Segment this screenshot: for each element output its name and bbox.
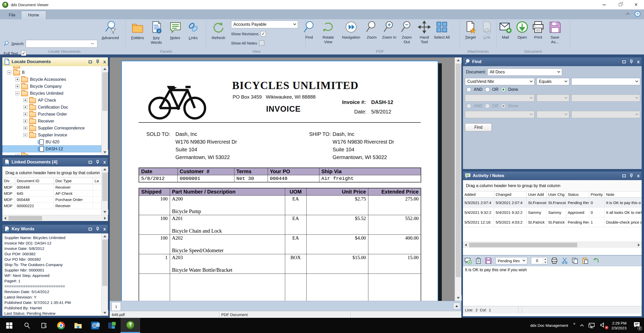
key-words-button[interactable]: i Key Words — [147, 21, 166, 45]
links-button[interactable]: Links — [184, 21, 202, 40]
rotate-view-button[interactable]: Rotate View — [319, 21, 337, 44]
outlook-button[interactable]: O — [87, 318, 104, 333]
table-row[interactable]: MDP000448Purchase Order — [2, 197, 101, 203]
find-operator-select[interactable]: Equals — [537, 78, 569, 85]
tree-item[interactable]: +Bicycle Company — [2, 83, 101, 90]
open-button[interactable]: Open — [515, 21, 530, 40]
chevron-right-icon[interactable]: » — [573, 321, 575, 326]
chrome-button[interactable] — [53, 318, 70, 333]
save-as-button[interactable]: Save As... — [547, 21, 563, 44]
start-button[interactable] — [0, 318, 19, 333]
column-header[interactable]: Priority — [589, 191, 605, 198]
panel-close-icon[interactable]: X — [637, 174, 640, 178]
tree-item[interactable]: +Supplier Correspondence — [2, 125, 101, 132]
collapse-ribbon-icon[interactable] — [626, 13, 630, 16]
find-field-select[interactable]: Cust/Vend Nbr — [465, 78, 535, 85]
tree-expander-icon[interactable]: + — [15, 84, 19, 88]
stepper-down-icon[interactable] — [544, 262, 546, 263]
document-filter-select[interactable]: All Docs — [487, 68, 562, 76]
save-note-icon[interactable] — [485, 257, 492, 264]
or-radio[interactable] — [485, 87, 490, 92]
tree-item[interactable]: DASH-12 — [2, 145, 101, 152]
file-explorer-button[interactable] — [70, 318, 87, 333]
tree-item[interactable]: +Bicycle Accessories — [2, 76, 101, 83]
panel-close-icon[interactable]: X — [103, 227, 106, 231]
tree-expander-icon[interactable]: + — [15, 154, 19, 155]
network-icon[interactable] — [588, 323, 595, 328]
tree-item[interactable]: + — [2, 152, 101, 155]
tree-scrollbar[interactable] — [101, 66, 108, 155]
table-row[interactable]: MDP645AP Check — [2, 190, 101, 197]
find-button[interactable]: Find — [301, 21, 317, 40]
column-header[interactable]: Status — [566, 191, 589, 198]
linked-hscrollbar[interactable] — [2, 215, 108, 221]
zoom-button[interactable]: Zoom — [364, 21, 380, 40]
search-control[interactable]: Search — [4, 41, 24, 46]
column-header[interactable]: Doc Type — [54, 178, 93, 184]
tree-expander-icon[interactable]: + — [23, 98, 27, 102]
restore-button[interactable] — [612, 0, 628, 10]
volume-muted-icon[interactable]: ✕ — [600, 322, 606, 329]
activity-hscrollbar[interactable] — [463, 242, 642, 248]
notes-button[interactable]: Notes — [166, 21, 184, 40]
close-button[interactable]: ✕ — [628, 0, 644, 10]
note-status-select[interactable]: Pending Rev — [495, 257, 527, 264]
column-header[interactable]: User Add — [527, 191, 547, 198]
tree-item[interactable]: +Purchase Order — [2, 111, 101, 118]
column-header[interactable]: User Chg — [547, 191, 566, 198]
add-note-icon[interactable] — [464, 257, 472, 264]
stepper-up-icon[interactable] — [544, 258, 546, 260]
show-all-notes-checkbox[interactable] — [259, 40, 264, 46]
advanced-button[interactable]: Advanced — [101, 21, 120, 40]
search-more-button[interactable]: ... — [89, 41, 96, 47]
pdf-vscrollbar[interactable] — [455, 57, 461, 301]
refresh-button[interactable]: Refresh — [209, 21, 228, 40]
tab-home[interactable]: Home — [21, 11, 46, 19]
mail-button[interactable]: Mail — [498, 21, 513, 40]
column-header[interactable]: Div — [2, 178, 15, 184]
pin-icon[interactable] — [630, 60, 633, 64]
help-icon[interactable]: ? — [635, 11, 640, 17]
pdf-canvas[interactable]: BICYCLES UNLIMITED PO Box 3459 Wikiwauke… — [110, 57, 454, 301]
table-row[interactable]: MDP00000222Receiver — [2, 203, 101, 209]
table-row[interactable]: MDP000448Receiver — [2, 184, 101, 190]
hand-tool-button[interactable]: Hand Tool — [416, 21, 432, 44]
tree-expander-icon[interactable]: + — [23, 105, 27, 109]
view-select[interactable]: Accounts Payable — [231, 21, 298, 28]
panel-close-icon[interactable]: X — [103, 60, 106, 64]
tree-expander-icon[interactable]: + — [23, 112, 27, 116]
tree-expander-icon[interactable]: + — [15, 77, 19, 81]
and-radio[interactable] — [467, 87, 471, 92]
table-row[interactable]: 5/5/2021 12:18:5/5/2021 4:03:2St.Patrick… — [463, 217, 642, 227]
tree-item[interactable]: −Supplier Invoice — [2, 132, 101, 138]
note-priority-stepper[interactable]: 0 — [531, 257, 547, 264]
pin-icon[interactable] — [630, 174, 633, 178]
zoom-out-button[interactable]: Zoom Out — [399, 21, 415, 44]
undo-icon[interactable] — [592, 257, 599, 264]
panel-close-icon[interactable]: X — [637, 60, 640, 64]
zoom-in-button[interactable]: Zoom In — [381, 21, 397, 40]
tree-item[interactable]: +AP Check — [2, 97, 101, 104]
activity-group-hint[interactable]: Drag a column header here to group by th… — [463, 180, 642, 191]
taskbar-search-button[interactable] — [19, 318, 36, 333]
column-header[interactable]: La — [93, 178, 101, 184]
show-hidden-icons[interactable] — [581, 324, 583, 327]
table-row[interactable]: 5/3/2021 2:07:45/3/2021 2:07:4St.Francoi… — [463, 198, 642, 208]
pin-icon[interactable] — [96, 227, 99, 231]
panel-maximize-icon[interactable] — [622, 60, 626, 63]
pdf-page[interactable]: BICYCLES UNLIMITED PO Box 3459 Wikiwauke… — [121, 61, 438, 301]
folders-button[interactable]: Folders — [128, 21, 147, 40]
panel-maximize-icon[interactable] — [89, 161, 92, 164]
tree-expander-icon[interactable]: − — [7, 71, 11, 74]
print-button[interactable]: Print — [531, 21, 546, 40]
tree-expander-icon[interactable]: + — [23, 119, 27, 123]
pin-icon[interactable] — [96, 160, 99, 164]
tree-item[interactable]: BU 620 — [2, 138, 101, 145]
linked-group-hint[interactable]: Drag a column header here to group by th… — [2, 168, 101, 178]
tree-item[interactable]: −B — [2, 69, 101, 76]
search-input[interactable]: ... — [26, 40, 97, 48]
tree-item[interactable] — [2, 66, 101, 69]
target-button[interactable]: Target — [462, 21, 479, 40]
find-value-select[interactable] — [571, 78, 640, 85]
find-submit-button[interactable]: Find — [465, 123, 492, 132]
